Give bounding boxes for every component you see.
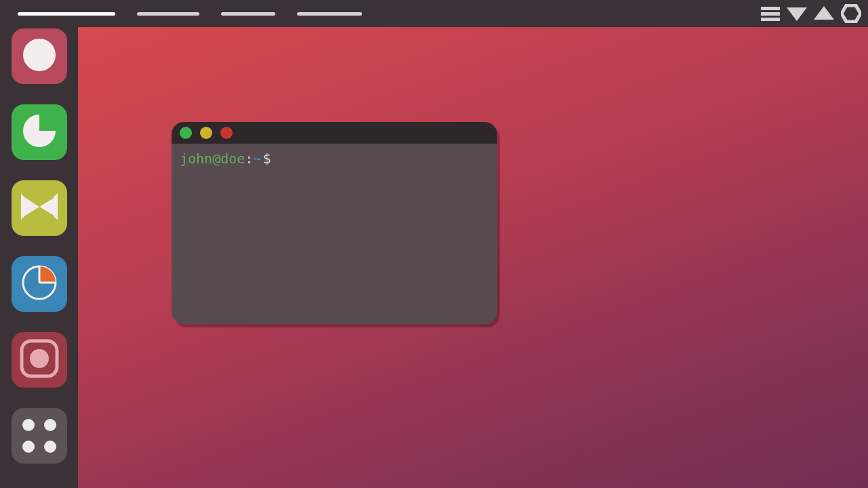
svg-marker-4 (814, 6, 834, 20)
panel-menu (0, 12, 362, 16)
caret-down-icon[interactable] (787, 5, 807, 22)
prompt-path: ~ (253, 150, 261, 167)
hexagon-icon[interactable] (841, 4, 861, 23)
menu-lines-icon[interactable] (761, 5, 780, 22)
svg-rect-2 (761, 18, 780, 21)
desktop-area[interactable]: john@doe:~$ (78, 27, 868, 488)
panel-menu-item[interactable] (18, 12, 115, 16)
circle-icon (22, 37, 57, 75)
svg-rect-1 (761, 12, 780, 16)
record-ring-icon (18, 337, 61, 383)
pacman-icon (21, 188, 58, 228)
terminal-window[interactable]: john@doe:~$ (172, 122, 497, 324)
dock-app-3[interactable] (12, 180, 67, 236)
svg-rect-0 (761, 7, 780, 10)
window-maximize-red-icon[interactable] (220, 127, 233, 139)
window-minimize-yellow-icon[interactable] (200, 127, 212, 139)
svg-marker-5 (842, 5, 861, 22)
dock-app-2[interactable] (12, 104, 67, 160)
dock-app-4[interactable] (12, 256, 67, 312)
svg-point-6 (23, 39, 56, 71)
dock-apps-grid[interactable] (12, 408, 67, 464)
svg-point-11 (30, 349, 49, 368)
prompt-symbol: $ (262, 150, 271, 167)
apps-grid-icon (22, 419, 56, 453)
pie-3quarter-icon (21, 113, 58, 152)
terminal-body[interactable]: john@doe:~$ (172, 144, 497, 174)
panel-menu-item[interactable] (137, 12, 199, 16)
top-panel (0, 0, 868, 27)
caret-up-icon[interactable] (814, 5, 834, 22)
pie-chart-icon (20, 264, 58, 304)
launcher-dock (0, 27, 78, 488)
prompt-sep: : (245, 150, 253, 167)
panel-menu-item[interactable] (297, 12, 362, 16)
dock-app-1[interactable] (12, 28, 67, 84)
window-close-green-icon[interactable] (180, 127, 192, 139)
panel-indicators (761, 0, 861, 27)
panel-menu-item[interactable] (221, 12, 275, 16)
svg-marker-3 (787, 7, 807, 21)
prompt-user: john@doe (180, 150, 245, 167)
dock-app-5[interactable] (12, 332, 67, 388)
terminal-titlebar[interactable] (172, 122, 497, 144)
